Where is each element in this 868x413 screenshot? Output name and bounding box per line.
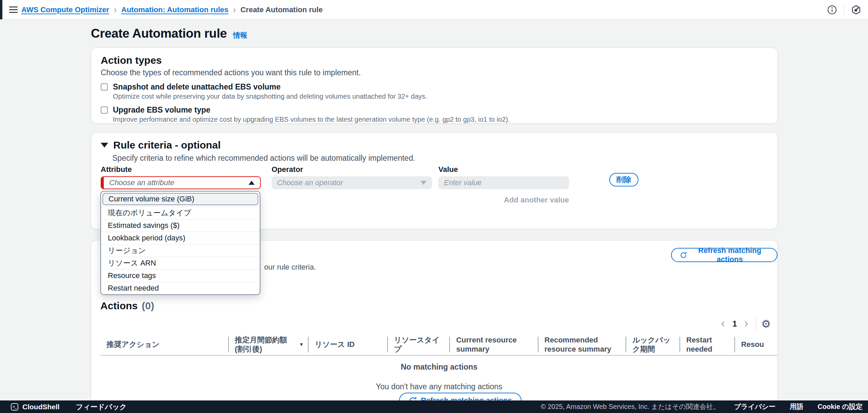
rule-criteria-description: Specify criteria to refine which recomme… [112, 154, 415, 163]
action-type-options: Snapshot and delete unattached EBS volum… [101, 82, 768, 123]
table-header-cell[interactable]: 推奨アクション [100, 334, 229, 355]
dropdown-option[interactable]: Resource tags [101, 269, 260, 282]
caret-up-icon [249, 181, 255, 185]
table-header-cell[interactable]: Recommended resource summary [538, 334, 626, 355]
info-circle-icon[interactable] [827, 5, 837, 15]
caret-down-icon [420, 181, 427, 185]
hexagon-badge-icon[interactable] [851, 5, 861, 15]
footer-link[interactable]: プライバシー [734, 402, 775, 411]
attribute-label: Attribute [101, 165, 261, 174]
aws-console-page: AWS Compute Optimizer›Automation: Automa… [0, 0, 868, 413]
table-header-cell[interactable]: 推定月間節約額 (割引後)▼ [229, 334, 309, 355]
refresh-icon [680, 251, 687, 259]
feedback-link[interactable]: フィードバック [76, 402, 127, 412]
page-number[interactable]: 1 [732, 319, 737, 329]
attribute-field-group: Attribute Choose an attribute [101, 165, 261, 189]
actions-count: (0) [142, 300, 154, 312]
sort-descending-icon: ▼ [299, 341, 304, 348]
checkbox-description: Improve performance and optimize cost by… [113, 116, 768, 123]
actions-table-header: 推奨アクション推定月間節約額 (割引後)▼リソース IDリソースタイプCurre… [100, 334, 778, 356]
breadcrumb-separator: › [233, 4, 236, 16]
cloudshell-button[interactable]: >_ CloudShell [11, 403, 60, 411]
attribute-select[interactable]: Choose an attribute [101, 176, 261, 189]
table-header-label: リソース ID [315, 340, 358, 349]
topbar-actions [827, 0, 861, 19]
attribute-dropdown-list: Current volume size (GiB)現在のボリュームタイプEsti… [100, 191, 260, 295]
table-header-label: Recommended resource summary [545, 335, 626, 354]
operator-label: Operator [272, 165, 432, 174]
value-field-group: Value Enter value [438, 165, 569, 189]
breadcrumb-item[interactable]: AWS Compute Optimizer [21, 5, 109, 14]
empty-state-title: No matching actions [100, 362, 778, 372]
breadcrumb-separator: › [114, 4, 117, 16]
table-header-label: Resou [741, 340, 767, 349]
dropdown-option[interactable]: 現在のボリュームタイプ [101, 206, 260, 219]
table-header-cell[interactable]: ルックバック期間 [626, 334, 680, 355]
checkbox-label: Snapshot and delete unattached EBS volum… [113, 82, 281, 92]
dropdown-option[interactable]: Restart needed [101, 282, 260, 294]
checkbox[interactable] [101, 106, 108, 114]
caret-down-icon [101, 143, 108, 148]
dropdown-option[interactable]: リソース ARN [101, 257, 260, 269]
empty-state-description: You don't have any matching actions [100, 382, 778, 391]
attribute-placeholder: Choose an attribute [109, 178, 174, 187]
action-type-option: Snapshot and delete unattached EBS volum… [101, 82, 768, 100]
console-footer: >_ CloudShell フィードバック © 2025, Amazon Web… [0, 400, 868, 413]
info-link[interactable]: 情報 [233, 31, 247, 40]
table-header-label: 推定月間節約額 (割引後) [235, 335, 299, 354]
table-header-cell[interactable]: リソースタイプ [388, 334, 450, 355]
topbar-divider [844, 5, 844, 15]
checkbox-label: Upgrade EBS volume type [113, 105, 211, 115]
table-header-label: ルックバック期間 [632, 335, 680, 354]
breadcrumb: AWS Compute Optimizer›Automation: Automa… [21, 0, 323, 19]
action-type-option: Upgrade EBS volume typeImprove performan… [101, 105, 768, 123]
table-header-label: Current resource summary [456, 335, 538, 354]
table-settings-gear-icon[interactable]: ⚙ [761, 319, 771, 329]
rule-criteria-title: Rule criteria - optional [113, 139, 221, 151]
actions-heading: Actions (0) [100, 300, 154, 312]
pagination: 1 ⚙ [718, 318, 771, 330]
cloudshell-terminal-icon: >_ [11, 403, 18, 411]
breadcrumb-item: Create Automation rule [240, 5, 322, 14]
table-header-cell[interactable]: リソース ID [309, 334, 388, 355]
operator-select[interactable]: Choose an operator [272, 176, 432, 189]
table-header-label: 推奨アクション [106, 340, 163, 349]
rule-criteria-expander[interactable]: Rule criteria - optional [101, 139, 221, 151]
value-input[interactable]: Enter value [438, 176, 569, 189]
page-title: Create Automation rule [91, 26, 227, 41]
footer-right: © 2025, Amazon Web Services, Inc. またはその関… [541, 402, 868, 411]
dropdown-option[interactable]: Lookback period (days) [101, 232, 260, 244]
breadcrumb-item[interactable]: Automation: Automation rules [121, 5, 229, 14]
page-title-row: Create Automation rule 情報 [91, 26, 247, 41]
table-header-label: リソースタイプ [394, 335, 450, 354]
action-types-description: Choose the types of recommended actions … [101, 68, 768, 77]
value-label: Value [438, 165, 569, 174]
action-types-title: Action types [101, 55, 768, 66]
table-header-cell[interactable]: Restart needed [680, 334, 735, 355]
operator-placeholder: Choose an operator [277, 178, 343, 187]
operator-field-group: Operator Choose an operator [272, 165, 432, 189]
empty-state: No matching actions You don't have any m… [100, 362, 778, 391]
next-page-icon[interactable] [742, 319, 751, 328]
dropdown-option[interactable]: リージョン [101, 244, 260, 257]
value-placeholder: Enter value [444, 178, 481, 187]
criteria-sentence-fragment: our rule criteria. [264, 263, 316, 272]
table-header-cell[interactable]: Current resource summary [450, 334, 538, 355]
previous-page-icon[interactable] [718, 319, 727, 328]
side-nav-edge [0, 0, 2, 19]
dropdown-option[interactable]: Estimated savings ($) [101, 219, 260, 232]
checkbox[interactable] [101, 83, 108, 91]
add-another-value-link[interactable]: Add another value [438, 196, 569, 204]
delete-button[interactable]: 削除 [609, 173, 638, 186]
refresh-button-label: Refresh matching actions [691, 246, 769, 264]
footer-link[interactable]: 用語 [790, 402, 803, 411]
hamburger-menu-icon[interactable] [9, 6, 18, 13]
cloudshell-label: CloudShell [22, 403, 60, 411]
dropdown-option[interactable]: Current volume size (GiB) [102, 193, 258, 205]
footer-links: プライバシー用語Cookie の設定 [734, 402, 863, 411]
checkbox-description: Optimize cost while preserving your data… [113, 93, 768, 100]
pagination-divider [756, 318, 756, 330]
footer-link[interactable]: Cookie の設定 [817, 402, 863, 411]
refresh-matching-actions-button[interactable]: Refresh matching actions [671, 248, 777, 262]
table-header-cell[interactable]: Resou [735, 334, 778, 355]
